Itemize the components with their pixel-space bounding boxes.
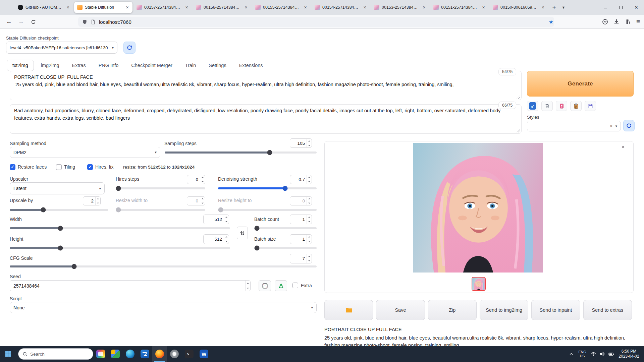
apply-style-button[interactable] [570, 101, 582, 111]
tab-settings[interactable]: Settings [203, 60, 232, 71]
reload-button[interactable] [29, 17, 38, 26]
styles-refresh-button[interactable] [623, 120, 635, 131]
tab-extras[interactable]: Extras [66, 60, 92, 71]
slider-handle[interactable] [116, 186, 121, 191]
slider-handle[interactable] [255, 246, 260, 251]
browser-tab-image-7[interactable]: 00150-3061605967.png × [490, 2, 548, 13]
tab-list-chevron-icon[interactable]: ▼ [559, 2, 568, 12]
height-slider[interactable] [10, 245, 230, 251]
tab-img2img[interactable]: img2img [35, 60, 65, 71]
slider-handle[interactable] [58, 246, 63, 251]
browser-tab-image-6[interactable]: 00151-2571438464.png × [430, 2, 489, 13]
bookmark-star-icon[interactable]: ★ [549, 17, 553, 27]
send-to-extras-button[interactable]: Send to extras [583, 300, 632, 320]
hires-fix-checkbox[interactable] [87, 164, 93, 170]
taskbar-app-icon-firefox[interactable] [152, 346, 167, 362]
show-desktop-button[interactable] [642, 346, 644, 362]
batch-size-input[interactable]: 1 [290, 234, 312, 244]
pocket-icon[interactable] [602, 19, 608, 25]
tab-train[interactable]: Train [179, 60, 202, 71]
paste-params-button[interactable]: ↙ [527, 101, 538, 111]
tab-checkpoint-merger[interactable]: Checkpoint Merger [125, 60, 178, 71]
slider-handle[interactable] [255, 226, 260, 231]
stepper[interactable] [307, 175, 312, 184]
checkpoint-refresh-button[interactable] [123, 42, 136, 54]
browser-tab-image-2[interactable]: 00156-2571438464.png × [193, 2, 251, 13]
tracking-shield-icon[interactable] [82, 19, 87, 24]
tab-close-icon[interactable]: × [65, 5, 71, 10]
stepper[interactable] [224, 215, 229, 224]
extra-networks-button[interactable] [556, 101, 567, 111]
styles-dropdown[interactable]: × ▾ [527, 121, 621, 131]
stepper[interactable] [307, 215, 312, 224]
width-input[interactable]: 512 [203, 215, 229, 224]
address-bar[interactable]: localhost:7860 [78, 17, 554, 27]
batch-size-slider[interactable] [254, 245, 317, 251]
stepper[interactable] [307, 235, 312, 244]
window-maximize-button[interactable] [613, 0, 629, 15]
prompt-textarea[interactable]: PORTRAIT CLOSE UP FULL FACE 25 years old… [10, 71, 521, 100]
cfg-scale-slider[interactable] [10, 264, 317, 269]
taskbar-app-icon-pen[interactable] [93, 346, 108, 362]
close-gallery-icon[interactable]: × [622, 144, 625, 150]
volume-icon[interactable] [598, 346, 606, 362]
send-to-img2img-button[interactable]: Send to img2img [480, 300, 528, 320]
tab-close-icon[interactable]: × [362, 5, 368, 10]
upscale-by-slider[interactable] [10, 207, 108, 213]
restore-faces-checkbox[interactable] [10, 164, 15, 170]
browser-tab-image-3[interactable]: 00155-2571438464.png × [252, 2, 311, 13]
gallery-thumbnail[interactable] [472, 277, 486, 291]
send-to-inpaint-button[interactable]: Send to inpaint [531, 300, 580, 320]
back-button[interactable]: ← [5, 17, 13, 26]
forward-button[interactable]: → [17, 17, 25, 26]
tab-close-icon[interactable]: × [303, 5, 308, 10]
tab-close-icon[interactable]: × [184, 5, 190, 10]
denoising-input[interactable]: 0.7 [290, 175, 312, 184]
generated-image[interactable] [413, 143, 543, 273]
taskbar-app-icon-word[interactable]: W [197, 346, 211, 362]
library-icon[interactable] [625, 19, 631, 25]
open-folder-button[interactable] [324, 300, 373, 320]
menu-hamburger-icon[interactable]: ≡ [636, 18, 640, 25]
sampling-steps-slider[interactable] [165, 150, 317, 155]
sampling-method-dropdown[interactable]: DPM2 ▾ [10, 147, 160, 158]
taskbar-app-icon-blue[interactable] [138, 346, 152, 362]
window-close-button[interactable]: × [629, 0, 644, 15]
taskbar-app-icon-photos[interactable] [108, 346, 123, 362]
stepper[interactable] [245, 281, 250, 291]
slider-handle[interactable] [41, 207, 46, 213]
taskbar-app-icon-terminal[interactable]: >_ [182, 346, 197, 362]
extra-seed-checkbox[interactable] [292, 283, 298, 288]
browser-tab-github[interactable]: GitHub - AUTOMATIC1 × [15, 2, 73, 13]
browser-tab-image-5[interactable]: 00153-2571438464.png × [371, 2, 429, 13]
upscaler-dropdown[interactable]: Latent ▾ [10, 182, 105, 194]
tab-close-icon[interactable]: × [243, 5, 249, 10]
script-dropdown[interactable]: None ▾ [10, 302, 317, 313]
batch-count-slider[interactable] [254, 226, 317, 231]
hires-steps-slider[interactable] [116, 186, 205, 191]
stepper[interactable] [307, 139, 312, 147]
taskbar-app-icon-edge[interactable] [123, 346, 138, 362]
wifi-icon[interactable] [589, 346, 598, 362]
stepper[interactable] [224, 235, 229, 244]
generate-button[interactable]: Generate [527, 71, 634, 97]
browser-tab-image-1[interactable]: 00157-2571438464.png × [133, 2, 192, 13]
width-slider[interactable] [10, 226, 230, 231]
tab-close-icon[interactable]: × [124, 5, 130, 10]
slider-handle[interactable] [72, 264, 77, 269]
hires-steps-input[interactable]: 0 [187, 175, 205, 184]
tray-expand-chevron-icon[interactable] [567, 346, 576, 362]
tab-close-icon[interactable]: × [481, 5, 486, 10]
taskbar-search-box[interactable]: Search [18, 348, 93, 360]
downloads-icon[interactable] [613, 19, 620, 25]
new-tab-button[interactable]: + [549, 2, 559, 12]
zip-button[interactable]: Zip [428, 300, 477, 320]
taskbar-clock[interactable]: 6:50 PM 2023-04-02 [616, 346, 642, 362]
tab-close-icon[interactable]: × [421, 5, 427, 10]
slider-handle[interactable] [267, 150, 272, 155]
stepper[interactable] [307, 254, 312, 263]
tab-close-icon[interactable]: × [540, 5, 546, 10]
cfg-scale-input[interactable]: 7 [290, 254, 312, 263]
reuse-seed-button[interactable] [275, 280, 287, 291]
clear-prompt-button[interactable] [541, 101, 553, 111]
